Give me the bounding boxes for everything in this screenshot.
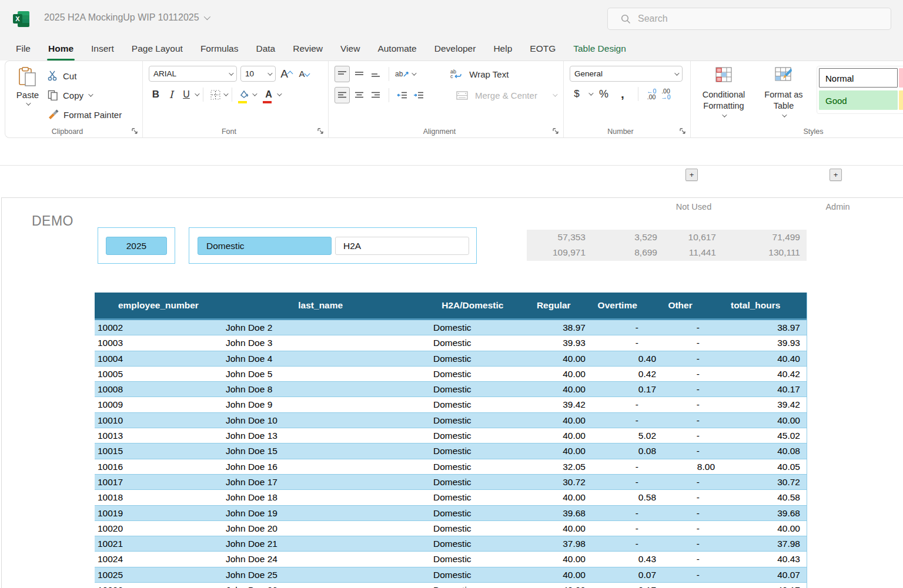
cell[interactable]: 40.00: [533, 490, 588, 505]
tab-eotg[interactable]: EOTG: [521, 38, 564, 61]
cell[interactable]: 0.40: [588, 351, 656, 366]
merge-center-dropdown-icon[interactable]: [553, 92, 557, 96]
paste-dropdown-icon[interactable]: [26, 100, 31, 105]
increase-indent-button[interactable]: [412, 88, 426, 103]
center-align-button[interactable]: [352, 88, 366, 103]
cell[interactable]: -: [656, 506, 716, 520]
cell[interactable]: -: [656, 320, 716, 335]
style-chip-good[interactable]: Good: [819, 90, 898, 110]
underline-button[interactable]: U: [179, 87, 193, 102]
cell[interactable]: 0.42: [588, 367, 656, 381]
year-slicer-item-2025[interactable]: 2025: [106, 237, 167, 255]
number-format-select[interactable]: General: [570, 66, 683, 82]
cell[interactable]: 10026: [95, 583, 224, 588]
cell[interactable]: 0.58: [588, 490, 656, 505]
cell[interactable]: 40.00: [533, 521, 588, 536]
cell[interactable]: 10015: [95, 443, 224, 458]
copy-dropdown-icon[interactable]: [88, 92, 93, 96]
wrap-text-button[interactable]: abc: [449, 66, 463, 82]
column-header-last-name[interactable]: last_name: [222, 293, 419, 318]
italic-button[interactable]: I: [164, 87, 178, 102]
cell[interactable]: 0.07: [588, 567, 656, 582]
style-chip-normal[interactable]: Normal: [819, 68, 898, 88]
tab-data[interactable]: Data: [247, 38, 284, 61]
clipboard-dialog-launcher-icon[interactable]: [132, 128, 138, 135]
cell[interactable]: John Doe 21: [224, 536, 424, 551]
tab-page-layout[interactable]: Page Layout: [123, 38, 192, 61]
expand-group-button-not-used[interactable]: +: [685, 169, 698, 181]
cell[interactable]: John Doe 17: [224, 475, 424, 489]
format-as-table-button[interactable]: Format as Table: [757, 66, 811, 117]
cell[interactable]: -: [588, 536, 656, 551]
cell[interactable]: 10019: [95, 506, 224, 520]
cell[interactable]: 10010: [95, 413, 224, 428]
summary-cell[interactable]: 109,971: [527, 245, 586, 260]
cell[interactable]: -: [656, 351, 716, 366]
cell[interactable]: John Doe 26: [224, 583, 424, 588]
cell[interactable]: Domestic: [424, 428, 533, 443]
cell[interactable]: 39.42: [716, 397, 807, 412]
cell[interactable]: 0.43: [588, 552, 656, 566]
cell[interactable]: 10020: [95, 521, 224, 536]
cell[interactable]: John Doe 16: [224, 459, 424, 474]
comma-style-button[interactable]: ,: [616, 86, 630, 102]
cell[interactable]: Domestic: [424, 475, 533, 489]
tab-formulas[interactable]: Formulas: [192, 38, 248, 61]
copy-button[interactable]: Copy: [48, 86, 122, 104]
cell[interactable]: 10025: [95, 567, 224, 582]
cell[interactable]: 40.00: [533, 428, 588, 443]
cell[interactable]: 39.93: [716, 335, 807, 350]
cell[interactable]: 40.00: [533, 583, 588, 588]
conditional-formatting-button[interactable]: Conditional Formatting: [697, 66, 751, 117]
style-chip-neutral[interactable]: Neutral: [899, 90, 903, 110]
type-slicer-item-h2a[interactable]: H2A: [335, 237, 469, 255]
cell[interactable]: -: [656, 475, 716, 489]
fill-color-dropdown-icon[interactable]: [252, 91, 257, 96]
fill-color-button[interactable]: [237, 87, 251, 102]
bold-button[interactable]: B: [149, 87, 163, 102]
summary-cell[interactable]: 10,617: [657, 230, 716, 245]
cell[interactable]: 40.00: [533, 382, 588, 397]
cell[interactable]: Domestic: [424, 521, 533, 536]
tab-view[interactable]: View: [332, 38, 369, 61]
cell[interactable]: 10017: [95, 475, 224, 489]
cell[interactable]: 39.68: [533, 506, 588, 520]
cell[interactable]: Domestic: [424, 583, 533, 588]
accounting-format-button[interactable]: $: [570, 86, 584, 102]
cell[interactable]: 45.02: [716, 428, 807, 443]
cell[interactable]: John Doe 10: [224, 413, 424, 428]
cell[interactable]: -: [588, 335, 656, 350]
column-header-other[interactable]: Other: [651, 293, 711, 318]
cell[interactable]: 32.05: [533, 459, 588, 474]
cell[interactable]: 38.97: [716, 320, 807, 335]
cell[interactable]: 40.00: [533, 552, 588, 566]
cell[interactable]: 40.00: [533, 367, 588, 381]
tab-file[interactable]: File: [7, 38, 39, 61]
style-chip-bad[interactable]: Bad: [899, 68, 903, 88]
cell[interactable]: 40.17: [716, 382, 807, 397]
summary-cell[interactable]: 57,353: [527, 230, 586, 245]
cell[interactable]: -: [656, 552, 716, 566]
decrease-decimal-button[interactable]: .00→0: [661, 88, 670, 100]
right-align-button[interactable]: [369, 88, 383, 103]
cell[interactable]: Domestic: [424, 397, 533, 412]
cell[interactable]: -: [588, 475, 656, 489]
cut-button[interactable]: Cut: [48, 67, 122, 85]
cell[interactable]: Domestic: [424, 335, 533, 350]
percent-style-button[interactable]: %: [597, 86, 611, 102]
format-painter-button[interactable]: Format Painter: [48, 106, 122, 123]
cell[interactable]: -: [656, 413, 716, 428]
grow-font-button[interactable]: A: [279, 66, 293, 82]
cell[interactable]: 40.42: [716, 367, 807, 381]
cell[interactable]: 10002: [95, 320, 224, 335]
cell[interactable]: 10013: [95, 428, 224, 443]
search-input[interactable]: Search: [607, 8, 891, 30]
paste-button[interactable]: Paste: [11, 66, 44, 123]
cell[interactable]: Domestic: [424, 567, 533, 582]
cell[interactable]: 40.43: [716, 552, 807, 566]
tab-home[interactable]: Home: [39, 38, 82, 61]
cell[interactable]: 40.40: [716, 351, 807, 366]
cell[interactable]: 40.00: [533, 567, 588, 582]
left-align-button[interactable]: [335, 87, 350, 103]
cell[interactable]: 0.08: [588, 443, 656, 458]
